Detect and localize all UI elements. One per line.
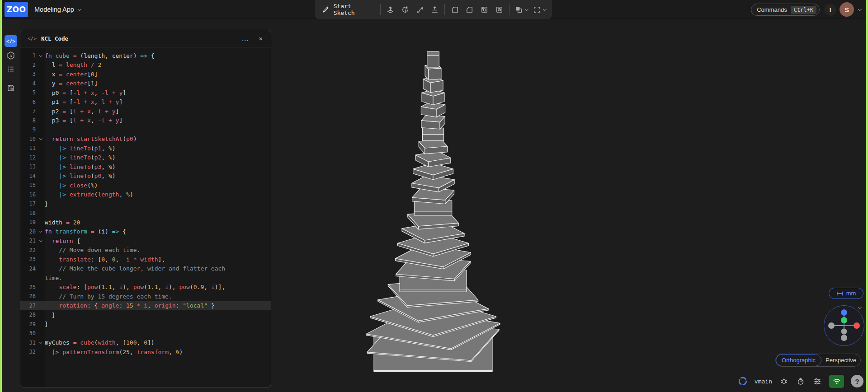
code-line[interactable]: 12 |> lineTo(p2, %) [20, 153, 271, 163]
user-avatar[interactable]: S [840, 2, 854, 17]
code-line[interactable]: 18 [20, 209, 271, 218]
hole-button[interactable] [494, 5, 504, 14]
code-line[interactable]: 19width = 20 [20, 218, 271, 227]
debug-button[interactable] [779, 376, 789, 386]
modeling-app-window: ZOO Modeling App Start Sketch [0, 0, 868, 392]
hole-icon [495, 5, 504, 14]
code-editor[interactable]: 1fn cube = (length, center) => {2 l = le… [20, 48, 271, 387]
code-line[interactable]: time. [20, 273, 271, 283]
code-line[interactable]: 9 [20, 125, 271, 135]
panel-menu-button[interactable]: … [237, 35, 253, 43]
code-line[interactable]: 6 p1 = [-l + x, l + y] [20, 98, 271, 107]
code-line[interactable]: 26 // Turn by 15 degrees each time. [20, 292, 271, 301]
commands-button[interactable]: Commands Ctrl+K [751, 4, 820, 16]
code-line[interactable]: 24 // Make the cube longer, wider and fl… [20, 264, 271, 274]
code-line[interactable]: 30 [20, 329, 271, 338]
code-line[interactable]: 31myCubes = cube(width, [100, 0]) [20, 338, 271, 348]
variables-hexagon-icon: x [6, 51, 16, 61]
projection-toggle: Orthographic Perspective [775, 354, 861, 367]
shell-icon [480, 5, 489, 14]
code-line[interactable]: 15 |> close(%) [20, 181, 271, 190]
code-line[interactable]: 8 p3 = [l + x, -l + y] [20, 116, 271, 126]
chamfer-button[interactable] [465, 5, 475, 14]
sliders-icon [813, 377, 822, 386]
chevron-down-icon [524, 7, 528, 11]
code-line[interactable]: 13 |> lineTo(p3, %) [20, 162, 271, 172]
rail-item-kcl-code[interactable]: </> [5, 35, 17, 47]
viewport-3d-canvas[interactable] [271, 19, 606, 383]
code-line[interactable]: 22 // Move down each time. [20, 246, 271, 255]
code-line[interactable]: 2 l = length / 2 [20, 61, 271, 70]
code-line[interactable]: 28 } [20, 310, 271, 320]
code-line[interactable]: 10 return startSketchAt(p0) [20, 135, 271, 144]
units-label: mm [846, 290, 856, 297]
rail-item-feature-tree[interactable] [5, 63, 17, 75]
gizmo-axes [824, 306, 864, 345]
extrude-button[interactable] [386, 5, 396, 14]
revolve-icon [401, 5, 410, 14]
code-line[interactable]: 1fn cube = (length, center) => { [20, 51, 271, 61]
code-line[interactable]: 25 scale: [pow(1.1, i), pow(1.1, i), pow… [20, 283, 271, 292]
code-line[interactable]: 29} [20, 320, 271, 329]
code-line[interactable]: 23 translate: [0, 0, -i * width], [20, 255, 271, 264]
capture-edge-left [0, 0, 2, 392]
start-sketch-label: Start Sketch [334, 3, 375, 16]
projection-orthographic[interactable]: Orthographic [776, 354, 821, 366]
code-line[interactable]: 20fn transform = (i) => { [20, 227, 271, 237]
code-icon: </> [28, 36, 37, 42]
revolve-button[interactable] [401, 5, 410, 14]
rail-item-export[interactable] [5, 82, 17, 94]
app-menu-button[interactable]: Modeling App [34, 0, 80, 19]
code-line[interactable]: 21 return { [20, 236, 271, 246]
chamfer-icon [465, 5, 474, 14]
extrude-icon [386, 5, 395, 14]
commands-shortcut-badge: Ctrl+K [791, 6, 816, 14]
code-line[interactable]: 32 |> patternTransform(25, transform, %) [20, 347, 271, 357]
list-icon [6, 65, 15, 74]
stream-spinner [738, 376, 748, 386]
code-line[interactable]: 14 |> lineTo(p0, %) [20, 172, 271, 181]
panel-close-button[interactable]: × [258, 35, 264, 42]
zoo-logo[interactable]: ZOO [5, 2, 28, 17]
fillet-button[interactable] [450, 5, 460, 14]
units-button[interactable]: mm [829, 288, 863, 299]
network-status-button[interactable] [829, 375, 844, 388]
wifi-icon [832, 377, 841, 385]
commands-label: Commands [757, 6, 787, 13]
notifications-button[interactable]: ! [824, 4, 836, 16]
settings-button[interactable] [812, 376, 822, 386]
ruler-icon [836, 291, 843, 296]
code-line[interactable]: 4 y = center[1] [20, 79, 271, 89]
start-sketch-button[interactable]: Start Sketch [321, 3, 375, 16]
chevron-down-icon[interactable] [858, 7, 861, 11]
orientation-gizmo[interactable] [824, 305, 864, 346]
code-line[interactable]: 17} [20, 199, 271, 209]
code-line[interactable]: 7 p2 = [l + x, l + y] [20, 107, 271, 116]
status-bar: vmain ? [738, 374, 863, 388]
app-menu-label: Modeling App [34, 6, 74, 13]
code-line[interactable]: 27 rotation: { angle: 15 * i, origin: "l… [20, 301, 271, 311]
code-icon: </> [6, 38, 15, 44]
projection-perspective[interactable]: Perspective [821, 354, 860, 366]
code-line[interactable]: 3 x = center[0] [20, 70, 271, 79]
help-button[interactable]: ? [851, 375, 863, 387]
toolbar-divider [509, 4, 509, 15]
shell-button[interactable] [480, 5, 490, 14]
loft-icon [430, 5, 439, 14]
save-export-icon [6, 84, 15, 93]
capture-edge-right [866, 0, 868, 392]
code-line[interactable]: 16 |> extrude(length, %) [20, 190, 271, 200]
chevron-down-icon [542, 7, 546, 11]
rail-divider [5, 76, 16, 76]
rail-item-variables[interactable]: x [5, 50, 17, 61]
selection-mode-button[interactable] [533, 5, 546, 14]
loft-button[interactable] [430, 5, 440, 14]
svg-text:x: x [9, 53, 13, 58]
boolean-menu-button[interactable] [514, 5, 528, 14]
code-lines: 1fn cube = (length, center) => {2 l = le… [20, 51, 271, 357]
chevron-down-icon [77, 7, 81, 11]
performance-button[interactable] [796, 376, 806, 386]
code-line[interactable]: 5 p0 = [-l + x, -l + y] [20, 88, 271, 98]
code-line[interactable]: 11 |> lineTo(p1, %) [20, 144, 271, 153]
sweep-button[interactable] [415, 5, 425, 14]
